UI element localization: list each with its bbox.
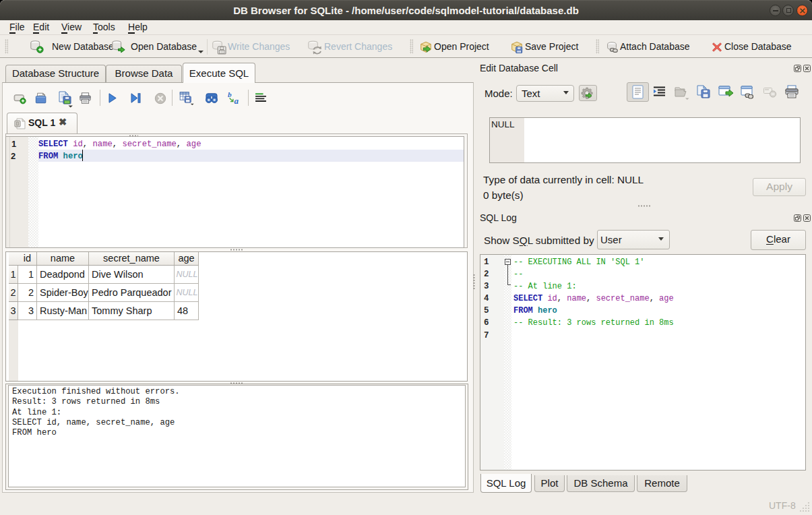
- svg-text:a: a: [235, 96, 239, 104]
- svg-text:b: b: [228, 91, 232, 98]
